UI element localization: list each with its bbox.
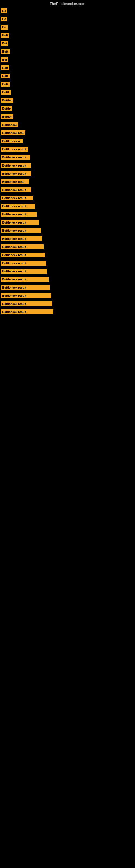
bar-row: Bot	[0, 56, 135, 64]
bar-row: Bottl	[0, 88, 135, 96]
bar-label: Bott	[1, 82, 10, 87]
bar-label: Bottleneck resu	[1, 130, 26, 135]
bar-row: Bott	[0, 48, 135, 56]
bar-row: Bottlen	[0, 96, 135, 104]
bar-label: Bottleneck result	[1, 310, 53, 314]
bar-label: Bottleneck result	[1, 163, 31, 168]
bar-row: Bottleneck result	[0, 202, 135, 210]
bar-label: Bottleneck result	[1, 285, 50, 290]
bar-label: Bottleneck result	[1, 187, 31, 192]
bar-label: Bott	[1, 65, 9, 70]
bar-label: Bottleneck resu	[1, 179, 29, 184]
bar-label: Bottleneck result	[1, 195, 33, 200]
bar-label: Bottleneck re	[1, 138, 23, 144]
bar-label: Bottleneck result	[1, 220, 39, 225]
bar-row: Bottleneck result	[0, 283, 135, 291]
bar-row: Bottleneck result	[0, 259, 135, 267]
bar-label: Bottleneck result	[1, 236, 42, 241]
bar-row: Bottleneck result	[0, 210, 135, 218]
bar-row: Bottleneck result	[0, 226, 135, 235]
bar-row: Bottleneck resu	[0, 129, 135, 137]
bar-row: Bott	[0, 72, 135, 80]
bar-label: Bottleneck result	[1, 204, 35, 209]
bar-row: Bottleneck	[0, 121, 135, 129]
bar-row: Bottleneck result	[0, 308, 135, 316]
bar-row: Bottleneck resu	[0, 178, 135, 186]
bar-label: Bottleneck result	[1, 277, 49, 282]
bar-row: Bot	[0, 39, 135, 48]
bar-label: Bot	[1, 57, 8, 62]
bar-row: Bottle	[0, 104, 135, 113]
bar-label: Bottlen	[1, 98, 13, 103]
bar-row: Bottleneck result	[0, 300, 135, 308]
bar-label: Bo	[1, 17, 7, 22]
site-title: TheBottlenecker.com	[0, 0, 135, 7]
bar-row: Bottleneck result	[0, 291, 135, 300]
bar-row: Bott	[0, 31, 135, 39]
bar-row: Bottleneck result	[0, 218, 135, 226]
bar-row: Bottleneck result	[0, 267, 135, 275]
bar-label: Bottl	[1, 90, 11, 95]
bar-row: Bottleneck result	[0, 153, 135, 161]
bar-row: Bott	[0, 64, 135, 72]
bar-row: Bottleneck result	[0, 145, 135, 153]
bar-row: Bottleneck result	[0, 243, 135, 251]
bar-row: Bottleneck result	[0, 251, 135, 259]
bar-row: Bottleneck result	[0, 161, 135, 169]
bar-row: Bottleneck result	[0, 235, 135, 243]
bar-label: Bott	[1, 73, 10, 79]
bar-row: Bottleneck result	[0, 275, 135, 283]
bar-label: Bottleneck result	[1, 155, 30, 160]
bar-label: Bottleneck result	[1, 301, 52, 306]
bar-label: Bo	[1, 8, 7, 13]
bar-label: Bo	[1, 25, 8, 30]
bar-row: Bottleneck result	[0, 194, 135, 202]
bar-label: Bottleneck result	[1, 261, 46, 266]
bar-label: Bottle	[1, 106, 12, 111]
bar-label: Bott	[1, 33, 9, 38]
bar-row: Bo	[0, 7, 135, 15]
bar-label: Bottleneck result	[1, 252, 45, 257]
bar-label: Bottleneck result	[1, 147, 28, 152]
bar-label: Bottleneck result	[1, 293, 51, 298]
bar-label: Bottleneck result	[1, 228, 41, 233]
bar-label: Bottlen	[1, 114, 13, 119]
bar-row: Bottlen	[0, 113, 135, 121]
bar-row: Bo	[0, 15, 135, 23]
bar-label: Bottleneck	[1, 122, 18, 127]
bars-container: BoBoBoBottBotBottBotBottBottBottBottlBot…	[0, 7, 135, 316]
bar-label: Bottleneck result	[1, 212, 37, 217]
bar-label: Bott	[1, 49, 10, 54]
bar-label: Bottleneck result	[1, 244, 44, 249]
bar-label: Bottleneck result	[1, 269, 47, 274]
bar-label: Bot	[1, 41, 8, 46]
bar-label: Bottleneck result	[1, 171, 31, 176]
bar-row: Bottleneck re	[0, 137, 135, 145]
bar-row: Bottleneck result	[0, 186, 135, 194]
bar-row: Bottleneck result	[0, 169, 135, 178]
bar-row: Bott	[0, 80, 135, 88]
bar-row: Bo	[0, 23, 135, 31]
